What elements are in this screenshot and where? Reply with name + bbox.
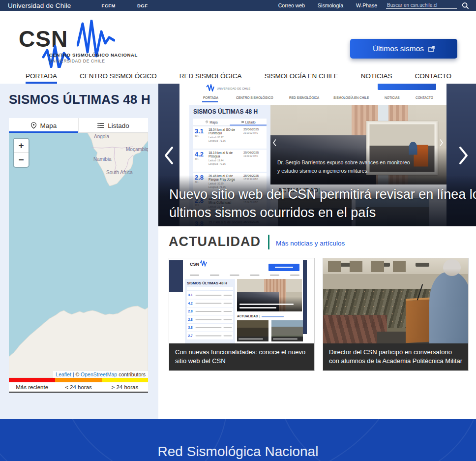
news-card-caption: Con nuevas funcionalidades: conoce el nu… xyxy=(169,343,314,370)
news-card-director-talk[interactable]: Director del CSN participó en conversato… xyxy=(323,258,469,371)
sismologia-link[interactable]: Sismología xyxy=(318,2,343,8)
news-card-caption: Director del CSN participó en conversato… xyxy=(323,343,468,370)
legend-segment-24h xyxy=(55,378,101,382)
slide-logo-text: UNIVERSIDAD DE CHILE xyxy=(217,87,250,90)
carousel-caption-overlay: Nuevo sitio web del CSN permitirá revisa… xyxy=(158,175,476,226)
list-icon xyxy=(97,123,104,128)
wphase-link[interactable]: W-Phase xyxy=(356,2,377,8)
map-zoom-control: + − xyxy=(14,139,29,167)
slide-logo-icon xyxy=(206,84,215,92)
tab-mapa[interactable]: Mapa xyxy=(9,118,79,133)
legend-segment-older xyxy=(102,378,148,382)
map-label-namibia: Namibia xyxy=(93,156,112,162)
dgf-link[interactable]: DGF xyxy=(137,3,148,8)
leaflet-map[interactable]: Angola Moçambique Namibia South Africa +… xyxy=(9,133,148,378)
red-sismologica-band: Red Sismológica Nacional xyxy=(0,419,476,461)
slide-photo-next-icon xyxy=(440,139,444,146)
search-icon[interactable] xyxy=(462,2,469,9)
nav-item-noticias[interactable]: NOTICIAS xyxy=(361,68,392,84)
slide-cta-button xyxy=(378,84,436,90)
map-label-mozambique: Moçambique xyxy=(126,147,148,152)
thumb-logo-icon xyxy=(200,260,207,267)
nav-item-sismologia-en-chile[interactable]: SISMOLOGÍA EN CHILE xyxy=(265,68,338,84)
logo-center-name: CENTRO SISMOLÓGICO NACIONAL xyxy=(49,52,138,58)
seismograph-small-icon xyxy=(42,45,71,71)
webmail-link[interactable]: Correo web xyxy=(278,2,305,8)
footer-section-title: Red Sismológica Nacional xyxy=(0,444,476,460)
map-list-tabs: Mapa Listado xyxy=(9,118,148,133)
actualidad-section: ACTUALIDAD Más noticias y artículos CSN … xyxy=(158,226,476,419)
news-carousel: UNIVERSIDAD DE CHILE PORTADA CENTRO SISM… xyxy=(158,84,476,226)
carousel-caption-line2: últimos sismos ocurridos en el país xyxy=(169,205,376,220)
zoom-in-button[interactable]: + xyxy=(14,139,29,153)
slide-quake-row: 3.160 ↓ 18.04 km al SO dePunitaqui Latit… xyxy=(193,126,267,149)
nav-item-centro-sismologico[interactable]: CENTRO SISMOLÓGICO xyxy=(80,68,157,84)
leaflet-link[interactable]: Leaflet xyxy=(56,371,71,377)
slide-photo-prev-icon xyxy=(272,139,276,146)
legend-segment-recent xyxy=(9,378,55,382)
ultimos-sismos-button[interactable]: Últimos sismos xyxy=(350,39,457,59)
carousel-prev-button[interactable] xyxy=(163,146,174,165)
quakes-last-48h-panel: SISMOS ÚLTIMAS 48 H Mapa Listado xyxy=(0,84,158,419)
auditorium-photo xyxy=(323,258,468,343)
teal-separator xyxy=(268,235,269,249)
nav-item-portada[interactable]: PORTADA xyxy=(26,68,57,84)
university-brand-link[interactable]: Universidad de Chile xyxy=(8,2,71,9)
slide-tab-listado: Listado xyxy=(230,119,267,125)
recency-legend-labels: Más reciente < 24 horas > 24 horas xyxy=(9,382,148,392)
external-link-icon xyxy=(428,46,435,52)
zoom-out-button[interactable]: − xyxy=(14,153,29,167)
news-card-thumbnail: CSN SISMOS ÚLTIMAS 48 H 3.1 4.2 2.8 2.8 xyxy=(169,258,314,343)
nav-item-contacto[interactable]: CONTACTO xyxy=(415,68,451,84)
slide-tab-mapa: Mapa xyxy=(193,119,230,125)
news-card-new-site[interactable]: CSN SISMOS ÚLTIMAS 48 H 3.1 4.2 2.8 2.8 xyxy=(169,258,315,371)
osm-link[interactable]: OpenStreetMap xyxy=(81,371,117,377)
main-navigation: PORTADA CENTRO SISMOLÓGICO RED SISMOLÓGI… xyxy=(0,68,476,84)
thumb-cta xyxy=(268,264,299,271)
slide-quake-row: 4.239 ↓ 18.19 km al N dePisagua Latitud … xyxy=(193,150,267,172)
legend-bottom-rule xyxy=(9,392,148,393)
map-attribution: Leaflet | © OpenStreetMap contributors xyxy=(53,371,148,378)
recency-legend-bar xyxy=(9,378,148,382)
csn-homepage: Universidad de Chile FCFM DGF Correo web… xyxy=(0,0,476,461)
fcfm-link[interactable]: FCFM xyxy=(102,3,116,8)
more-news-link[interactable]: Más noticias y artículos xyxy=(276,240,345,247)
map-label-south-africa: South Africa xyxy=(106,170,133,175)
map-pin-icon xyxy=(30,122,37,129)
logo-university-name: UNIVERSIDAD DE CHILE xyxy=(49,59,105,63)
map-label-angola: Angola xyxy=(94,134,110,139)
site-header: CSN CENTRO SISMOLÓGICO NACIONAL UNIVERSI… xyxy=(0,11,476,68)
slide-photo: Dr. Sergio Barrientos expuso sobre avanc… xyxy=(270,105,446,184)
slide-nav-underline xyxy=(202,101,218,102)
quake-panel-title: SISMOS ÚLTIMAS 48 H xyxy=(9,92,150,107)
carousel-caption-line1: Nuevo sitio web del CSN permitirá revisa… xyxy=(169,187,476,202)
carousel-next-button[interactable] xyxy=(458,146,469,165)
map-tiles: Angola Moçambique Namibia South Africa xyxy=(9,133,148,378)
site-search-input[interactable] xyxy=(386,2,457,9)
nav-item-red-sismologica[interactable]: RED SISMOLÓGICA xyxy=(179,68,242,84)
tab-listado[interactable]: Listado xyxy=(79,118,148,133)
actualidad-title: ACTUALIDAD xyxy=(169,234,261,249)
top-utility-bar: Universidad de Chile FCFM DGF Correo web… xyxy=(0,0,476,11)
csn-logo[interactable]: CSN CENTRO SISMOLÓGICO NACIONAL UNIVERSI… xyxy=(19,20,147,67)
